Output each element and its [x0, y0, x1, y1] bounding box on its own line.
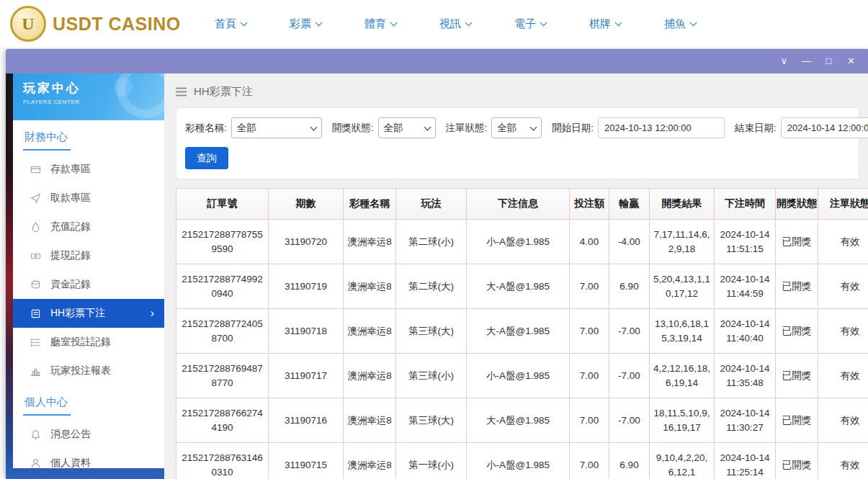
table-cell: 13,10,6,18,15,3,19,14	[650, 309, 715, 354]
sidebar-item-hh-lottery-bets[interactable]: HH彩票下注›	[13, 299, 164, 328]
nav-menu: 首頁彩票體育視訊電子棋牌捕魚	[193, 17, 717, 31]
chevron-down-icon	[540, 19, 547, 27]
window-minimize-button[interactable]: —	[795, 49, 818, 73]
lottery-select-value: 全部	[237, 122, 256, 135]
chevron-down-icon	[316, 19, 323, 27]
draw-status-select[interactable]: 全部	[378, 117, 436, 138]
chevron-down-icon	[310, 124, 317, 131]
table-cell: 7.00	[570, 264, 609, 309]
nav-item-label: 彩票	[290, 17, 311, 31]
table-cell: 第一球(小)	[396, 443, 467, 479]
menu-icon[interactable]	[176, 87, 187, 97]
sidebar-item-label: HH彩票下注	[50, 307, 105, 320]
table-row: 215217288769487877031190717澳洲幸运8第三球(小)小-…	[176, 354, 868, 398]
end-date-input[interactable]	[781, 117, 868, 138]
table-cell: 2024-10-14 11:30:27	[715, 398, 776, 443]
chevron-down-icon	[465, 19, 473, 27]
window-collapse-button[interactable]: ∨	[773, 49, 795, 73]
sidebar-item-recharge-records[interactable]: 充值記錄	[13, 212, 164, 241]
column-header: 玩法	[396, 189, 467, 220]
chevron-down-icon	[690, 19, 697, 27]
logo-text: USDT CASINO	[53, 14, 181, 35]
table-cell: 18,11,5,10,9,16,19,17	[650, 398, 715, 443]
top-navbar: U USDT CASINO 首頁彩票體育視訊電子棋牌捕魚	[0, 0, 868, 48]
nav-item-chess[interactable]: 棋牌	[568, 17, 643, 31]
logo[interactable]: U USDT CASINO	[10, 6, 177, 42]
coins-icon	[30, 279, 41, 290]
lottery-label: 彩種名稱:	[185, 122, 227, 135]
nav-item-home[interactable]: 首頁	[193, 17, 268, 31]
player-center-window: ∨ — □ × 玩家中心 PLAYERS CENTER 財務中心存款專區取款專區…	[6, 49, 868, 479]
column-header: 下注時間	[715, 189, 776, 220]
chevron-down-icon	[530, 124, 537, 131]
nav-item-electronic[interactable]: 電子	[493, 17, 568, 31]
logo-coin-icon: U	[10, 6, 46, 42]
table-cell: 2024-10-14 11:44:59	[715, 264, 776, 309]
sidebar-item-cash-records[interactable]: 提現記錄	[13, 241, 164, 270]
window-maximize-button[interactable]: □	[818, 49, 840, 73]
table-cell: 已開獎	[776, 309, 818, 354]
sidebar-item-player-bet-report[interactable]: 玩家投注報表	[13, 357, 164, 385]
table-cell: 澳洲幸运8	[344, 354, 396, 398]
order-status-select[interactable]: 全部	[491, 117, 542, 138]
column-header: 開獎結果	[650, 189, 715, 220]
table-cell: 已開獎	[776, 443, 818, 479]
draw-status-label: 開獎狀態:	[332, 122, 374, 135]
table-cell: -4.00	[609, 220, 650, 264]
sidebar-item-room-bet-records[interactable]: 廳室投註記錄	[13, 328, 164, 357]
nav-item-fishing[interactable]: 捕魚	[643, 17, 717, 31]
window-titlebar: ∨ — □ ×	[6, 49, 868, 73]
sidebar-item-withdraw[interactable]: 取款專區	[13, 184, 164, 212]
nav-item-label: 捕魚	[664, 17, 686, 31]
sidebar-item-deposit[interactable]: 存款專區	[13, 155, 164, 184]
start-date-input[interactable]	[598, 117, 725, 138]
table-cell: 2152172887724058700	[176, 309, 269, 354]
column-header: 開獎狀態	[776, 189, 818, 220]
nav-item-sports[interactable]: 體育	[343, 17, 418, 31]
window-close-button[interactable]: ×	[840, 49, 862, 73]
column-header: 投注額	[570, 189, 609, 220]
recharge-drop-icon	[30, 222, 41, 233]
list-icon	[30, 337, 41, 348]
table-cell: 小-A盤@1.985	[467, 354, 570, 398]
chevron-down-icon	[615, 19, 622, 27]
banknote-icon	[30, 251, 41, 261]
column-header: 期數	[269, 189, 344, 220]
table-row: 215217288763146031031190715澳洲幸运8第一球(小)小-…	[176, 443, 868, 479]
table-cell: 大-A盤@1.985	[467, 264, 570, 309]
table-cell: 大-A盤@1.985	[467, 398, 570, 443]
nav-item-lottery[interactable]: 彩票	[268, 17, 343, 31]
bets-table: 訂單號期數彩種名稱玩法下注信息投注額輸贏開獎結果下注時間開獎狀態注單狀態 215…	[176, 188, 868, 479]
logo-coin-letter: U	[22, 14, 34, 34]
column-header: 訂單號	[176, 189, 269, 220]
column-header: 彩種名稱	[344, 189, 396, 220]
ticket-icon	[30, 308, 41, 319]
table-cell: 2152172887662744190	[176, 398, 269, 443]
sidebar-item-label: 提現記錄	[50, 249, 91, 262]
filter-row: 彩種名稱: 全部 開獎狀態: 全部 注單狀態: 全部 開始	[185, 117, 850, 138]
sidebar-item-label: 玩家投注報表	[50, 364, 111, 377]
table-cell: 4,2,12,16,18,6,19,14	[650, 354, 715, 398]
table-cell: 2024-10-14 11:51:15	[715, 220, 776, 264]
table-cell: 小-A盤@1.985	[467, 443, 570, 479]
nav-item-label: 電子	[514, 17, 536, 31]
draw-status-select-value: 全部	[384, 122, 403, 135]
table-cell: 小-A盤@1.985	[467, 220, 570, 264]
search-button[interactable]: 查詢	[185, 147, 228, 169]
table-cell: 7.00	[570, 398, 609, 443]
nav-item-video[interactable]: 視訊	[418, 17, 493, 31]
sidebar-item-notices[interactable]: 消息公告	[13, 420, 164, 449]
table-cell: 31190716	[269, 398, 344, 443]
table-cell: 9,10,4,2,20,6,12,1	[650, 443, 715, 479]
table-cell: 已開獎	[776, 220, 818, 264]
lottery-select[interactable]: 全部	[231, 117, 322, 138]
table-cell: 澳洲幸运8	[344, 220, 396, 264]
table-cell: 有效	[818, 264, 868, 309]
sidebar-item-funds-records[interactable]: 資金記錄	[13, 270, 164, 299]
table-cell: 澳洲幸运8	[344, 309, 396, 354]
start-date-label: 開始日期:	[552, 122, 594, 135]
nav-item-label: 棋牌	[589, 17, 611, 31]
sidebar-item-profile[interactable]: 個人資料	[13, 449, 164, 468]
user-icon	[30, 458, 41, 469]
sidebar-item-label: 取款專區	[50, 192, 91, 205]
